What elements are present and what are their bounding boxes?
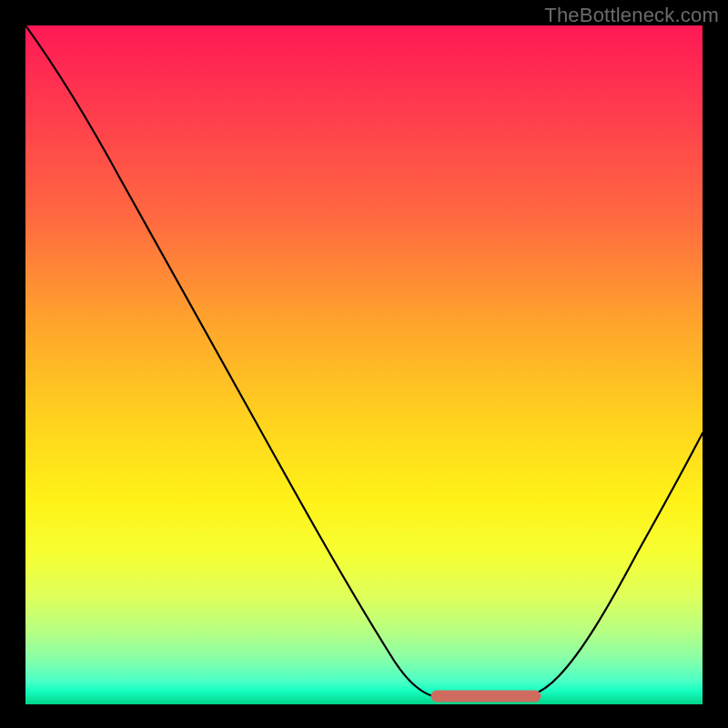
bottleneck-curve [25, 25, 703, 700]
chart-frame: TheBottleneck.com [0, 0, 728, 728]
watermark-text: TheBottleneck.com [544, 4, 719, 27]
curve-layer [25, 25, 703, 704]
plot-area [25, 25, 703, 704]
